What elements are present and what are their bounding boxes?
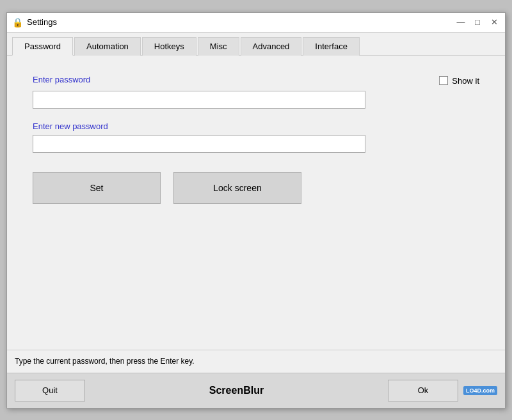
tab-misc[interactable]: Misc bbox=[198, 37, 239, 56]
settings-window: 🔒 Settings — □ ✕ Password Automation Hot… bbox=[6, 12, 506, 408]
window-title: Settings bbox=[27, 17, 57, 27]
watermark: LO4D.com bbox=[463, 386, 497, 395]
tab-interface[interactable]: Interface bbox=[303, 37, 360, 56]
tab-password[interactable]: Password bbox=[12, 37, 73, 56]
content-area: Enter password Show it Enter new passwor… bbox=[7, 56, 505, 350]
lock-screen-button[interactable]: Lock screen bbox=[173, 172, 301, 204]
minimize-button[interactable]: — bbox=[455, 17, 467, 28]
password-input[interactable] bbox=[33, 91, 365, 109]
tab-hotkeys[interactable]: Hotkeys bbox=[142, 37, 196, 56]
window-icon: 🔒 bbox=[12, 17, 23, 27]
password-field-group: Enter password Show it bbox=[33, 75, 479, 109]
watermark-logo: LO4D.com bbox=[463, 386, 497, 395]
enter-password-label: Enter password bbox=[33, 75, 90, 84]
title-bar: 🔒 Settings — □ ✕ bbox=[7, 13, 505, 33]
password-row-header: Enter password Show it bbox=[33, 75, 479, 88]
buttons-row: Set Lock screen bbox=[33, 172, 479, 204]
status-bar: Type the current password, then press th… bbox=[7, 350, 505, 373]
app-name: ScreenBlur bbox=[209, 385, 264, 396]
enter-new-password-label: Enter new password bbox=[33, 121, 479, 131]
show-it-checkbox[interactable] bbox=[439, 76, 448, 85]
ok-button[interactable]: Ok bbox=[388, 380, 458, 401]
show-it-label: Show it bbox=[452, 76, 479, 86]
new-password-input[interactable] bbox=[33, 135, 365, 153]
maximize-button[interactable]: □ bbox=[472, 17, 483, 28]
tab-advanced[interactable]: Advanced bbox=[241, 37, 302, 56]
tab-automation[interactable]: Automation bbox=[74, 37, 141, 56]
new-password-field-group: Enter new password bbox=[33, 121, 479, 153]
title-controls: — □ ✕ bbox=[455, 17, 500, 28]
tabs-container: Password Automation Hotkeys Misc Advance… bbox=[7, 33, 505, 56]
status-message: Type the current password, then press th… bbox=[15, 357, 195, 366]
set-button[interactable]: Set bbox=[33, 172, 161, 204]
quit-button[interactable]: Quit bbox=[15, 380, 85, 401]
show-it-container: Show it bbox=[439, 76, 479, 86]
title-bar-left: 🔒 Settings bbox=[12, 17, 57, 27]
bottom-bar: Quit ScreenBlur Ok LO4D.com bbox=[7, 373, 505, 408]
close-button[interactable]: ✕ bbox=[488, 17, 500, 28]
